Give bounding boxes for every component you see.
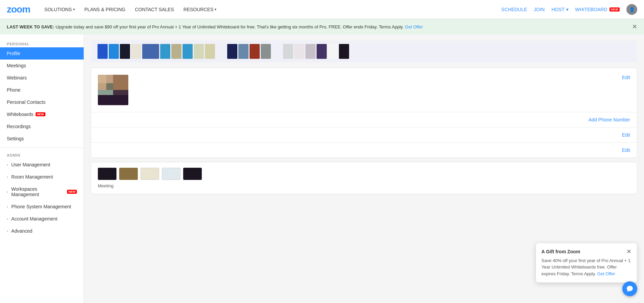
swatch-1[interactable] bbox=[98, 44, 108, 59]
banner-get-offer-link[interactable]: Get Offer bbox=[405, 24, 423, 29]
swatch-5[interactable] bbox=[142, 44, 159, 59]
meeting-bg-swatches bbox=[98, 168, 630, 180]
profile-section: Edit Add Phone Number Edit Edit bbox=[91, 68, 637, 158]
advanced-chevron-icon: › bbox=[7, 229, 8, 233]
meeting-label: Meeting bbox=[98, 183, 630, 188]
swatch-7[interactable] bbox=[171, 44, 181, 59]
gift-popup-body: Save 40% off your first year of Pro Annu… bbox=[541, 257, 631, 277]
swatch-6[interactable] bbox=[160, 44, 170, 59]
join-nav-link[interactable]: JOIN bbox=[534, 7, 545, 12]
profile-edit-button[interactable]: Edit bbox=[622, 75, 630, 80]
gift-popup: A Gift from Zoom ✕ Save 40% off your fir… bbox=[536, 243, 637, 283]
swatch-12[interactable] bbox=[238, 44, 249, 59]
swatch-3[interactable] bbox=[120, 44, 130, 59]
swatch-16[interactable] bbox=[294, 44, 304, 59]
swatch-17[interactable] bbox=[305, 44, 316, 59]
top-navigation: zoom SOLUTIONS ▾ PLANS & PRICING CONTACT… bbox=[0, 0, 644, 19]
profile-avatar[interactable] bbox=[98, 75, 128, 105]
nav-links: SOLUTIONS ▾ PLANS & PRICING CONTACT SALE… bbox=[40, 5, 501, 14]
sidebar-item-meetings[interactable]: Meetings bbox=[0, 60, 84, 72]
svg-rect-4 bbox=[98, 75, 106, 83]
user-avatar[interactable]: 👤 bbox=[626, 4, 637, 15]
avatar-image bbox=[98, 75, 128, 105]
swatch-2[interactable] bbox=[109, 44, 119, 59]
svg-rect-5 bbox=[106, 83, 113, 90]
resources-chevron-icon: ▾ bbox=[215, 7, 216, 11]
chat-icon bbox=[626, 285, 634, 293]
whiteboards-new-badge: NEW bbox=[36, 112, 45, 116]
swatch-10[interactable] bbox=[205, 44, 215, 59]
swatch-9[interactable] bbox=[194, 44, 204, 59]
swatch-14[interactable] bbox=[261, 44, 271, 59]
meeting-swatch-4[interactable] bbox=[162, 168, 180, 180]
profile-header: Edit bbox=[91, 68, 637, 112]
sidebar-item-room-management[interactable]: › Room Management bbox=[0, 171, 84, 183]
account-management-chevron-icon: › bbox=[7, 217, 8, 221]
workspaces-chevron-icon: › bbox=[7, 190, 8, 194]
chat-fab-button[interactable] bbox=[622, 281, 637, 296]
meeting-swatch-3[interactable] bbox=[141, 168, 159, 180]
sidebar-item-recordings[interactable]: Recordings bbox=[0, 120, 84, 133]
section-edit-button-2[interactable]: Edit bbox=[622, 147, 630, 153]
svg-rect-6 bbox=[98, 95, 128, 105]
svg-rect-1 bbox=[113, 75, 128, 90]
sidebar: PERSONAL Profile Meetings Webinars Phone… bbox=[0, 34, 84, 303]
phone-system-chevron-icon: › bbox=[7, 205, 8, 209]
zoom-logo[interactable]: zoom bbox=[7, 4, 30, 15]
swatch-4[interactable] bbox=[131, 44, 141, 59]
sidebar-item-workspaces-management[interactable]: › Workspaces Management NEW bbox=[0, 183, 84, 201]
swatch-8[interactable] bbox=[183, 44, 193, 59]
schedule-nav-link[interactable]: SCHEDULE bbox=[501, 7, 527, 12]
personal-section-label: PERSONAL bbox=[0, 39, 84, 47]
sidebar-item-webinars[interactable]: Webinars bbox=[0, 72, 84, 84]
swatch-gap2 bbox=[272, 44, 282, 59]
sidebar-divider bbox=[0, 147, 84, 148]
admin-section-label: ADMIN bbox=[0, 150, 84, 159]
banner-close-button[interactable]: ✕ bbox=[632, 23, 637, 30]
whiteboard-new-badge: NEW bbox=[609, 7, 620, 11]
gift-popup-offer-link[interactable]: Get Offer bbox=[597, 271, 615, 276]
banner-text: LAST WEEK TO SAVE: Upgrade today and sav… bbox=[7, 24, 423, 29]
swatch-gap bbox=[216, 44, 226, 59]
add-phone-section: Add Phone Number bbox=[91, 112, 637, 127]
swatch-11[interactable] bbox=[227, 44, 237, 59]
host-chevron-icon: ▾ bbox=[566, 7, 568, 12]
sidebar-item-personal-contacts[interactable]: Personal Contacts bbox=[0, 96, 84, 108]
resources-nav-link[interactable]: RESOURCES ▾ bbox=[179, 5, 221, 14]
whiteboard-nav-link[interactable]: WHITEBOARD NEW bbox=[575, 7, 620, 12]
swatch-13[interactable] bbox=[250, 44, 260, 59]
sidebar-item-advanced[interactable]: › Advanced bbox=[0, 225, 84, 237]
solutions-chevron-icon: ▾ bbox=[73, 7, 75, 11]
section-edit-button-1[interactable]: Edit bbox=[622, 132, 630, 138]
meeting-background-section: Meeting bbox=[91, 162, 637, 194]
gift-popup-title: A Gift from Zoom bbox=[541, 249, 580, 254]
sidebar-item-whiteboards[interactable]: Whiteboards NEW bbox=[0, 108, 84, 120]
promo-banner: LAST WEEK TO SAVE: Upgrade today and sav… bbox=[0, 19, 644, 34]
top-swatch-strip bbox=[91, 41, 637, 62]
virtual-background-card bbox=[91, 41, 637, 62]
gift-popup-close-button[interactable]: ✕ bbox=[626, 249, 631, 255]
sidebar-item-phone-system-management[interactable]: › Phone System Management bbox=[0, 201, 84, 213]
solutions-nav-link[interactable]: SOLUTIONS ▾ bbox=[40, 5, 79, 14]
add-phone-number-button[interactable]: Add Phone Number bbox=[588, 117, 630, 122]
contact-sales-nav-link[interactable]: CONTACT SALES bbox=[131, 5, 178, 14]
sidebar-item-account-management[interactable]: › Account Management bbox=[0, 213, 84, 225]
swatch-18[interactable] bbox=[317, 44, 327, 59]
gift-popup-header: A Gift from Zoom ✕ bbox=[541, 249, 631, 255]
sidebar-item-settings[interactable]: Settings bbox=[0, 133, 84, 145]
meeting-swatch-5[interactable] bbox=[183, 168, 202, 180]
plans-pricing-nav-link[interactable]: PLANS & PRICING bbox=[80, 5, 129, 14]
meeting-swatch-1[interactable] bbox=[98, 168, 116, 180]
room-management-chevron-icon: › bbox=[7, 175, 8, 179]
sidebar-item-phone[interactable]: Phone bbox=[0, 84, 84, 96]
nav-right: SCHEDULE JOIN HOST ▾ WHITEBOARD NEW 👤 bbox=[501, 4, 637, 15]
sidebar-item-profile[interactable]: Profile bbox=[0, 47, 84, 60]
host-nav-link[interactable]: HOST ▾ bbox=[552, 7, 568, 12]
swatch-19[interactable] bbox=[328, 44, 338, 59]
user-management-chevron-icon: › bbox=[7, 163, 8, 167]
swatch-15[interactable] bbox=[283, 44, 293, 59]
meeting-swatch-2[interactable] bbox=[119, 168, 138, 180]
edit-section-1: Edit bbox=[91, 127, 637, 142]
sidebar-item-user-management[interactable]: › User Management bbox=[0, 159, 84, 171]
swatch-20[interactable] bbox=[339, 44, 349, 59]
